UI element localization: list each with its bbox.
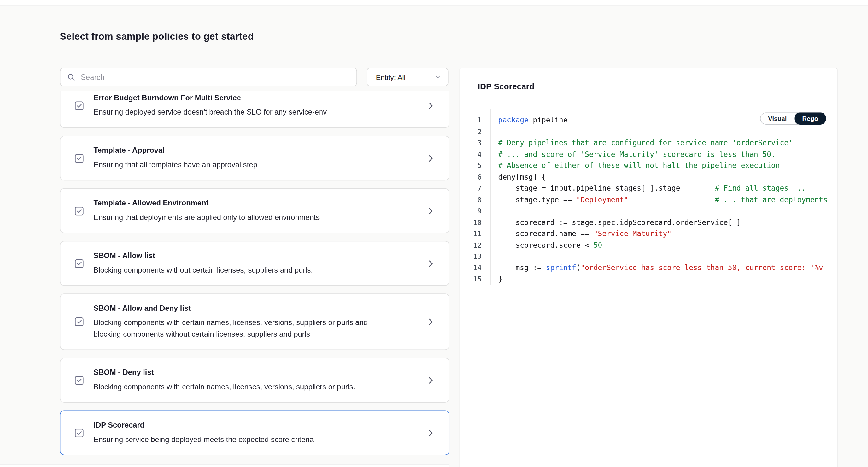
chevron-right-icon: [426, 317, 436, 327]
policy-description: Blocking components with certain names, …: [94, 317, 395, 340]
code-view-toggle: Visual Rego: [760, 112, 826, 125]
toggle-visual-button[interactable]: Visual: [761, 113, 795, 124]
line-number: 6: [460, 171, 481, 183]
line-number: 9: [460, 205, 481, 217]
policy-check-icon: [73, 258, 85, 269]
policy-title: Template - Approval: [94, 146, 395, 156]
chevron-right-icon: [426, 258, 436, 268]
policy-check-icon: [73, 205, 85, 216]
policy-text: SBOM - Allow and Deny listBlocking compo…: [94, 303, 417, 340]
preview-header: IDP Scorecard: [460, 68, 837, 109]
code-line: msg := sprintf("orderService has score l…: [498, 262, 837, 273]
code-editor: 123456789101112131415 package pipeline #…: [460, 109, 837, 285]
line-number: 13: [460, 251, 481, 262]
policy-card[interactable]: SBOM - Allow and Deny listBlocking compo…: [60, 293, 450, 350]
policy-text: Template - Allowed EnvironmentEnsuring t…: [94, 198, 417, 223]
sample-policies-page: Select from sample policies to get start…: [0, 0, 868, 467]
code-content: package pipeline # Deny pipelines that a…: [491, 109, 837, 285]
chevron-right-icon: [426, 428, 436, 438]
preview-title: IDP Scorecard: [478, 81, 819, 92]
search-input-container[interactable]: [60, 67, 357, 86]
policy-list: Error Budget Burndown For Multi ServiceE…: [60, 91, 450, 464]
chevron-down-icon: [435, 74, 441, 80]
chevron-right-icon: [426, 206, 436, 216]
policy-title: IDP Scorecard: [94, 420, 395, 430]
policy-card[interactable]: IDP ScorecardEnsuring service being depl…: [60, 410, 450, 455]
line-number: 15: [460, 273, 481, 285]
code-line: # Absence of either of these will not ha…: [498, 160, 837, 171]
policy-description: Blocking components without certain lice…: [94, 264, 395, 276]
policy-title: Error Budget Burndown For Multi Service: [94, 93, 395, 103]
policy-card[interactable]: Error Budget Burndown For Multi ServiceE…: [60, 91, 450, 128]
line-number: 10: [460, 217, 481, 228]
chevron-right-icon: [426, 375, 436, 385]
line-number: 2: [460, 126, 481, 137]
code-line: scorecard.name == "Service Maturity": [498, 228, 837, 239]
policy-preview-panel: IDP Scorecard 123456789101112131415 pack…: [460, 67, 838, 467]
policy-description: Blocking components with certain names, …: [94, 381, 395, 393]
policy-title: SBOM - Allow list: [94, 251, 395, 261]
code-line: [498, 251, 837, 262]
policy-text: Error Budget Burndown For Multi ServiceE…: [94, 93, 417, 118]
code-line: deny[msg] {: [498, 171, 837, 183]
code-line: }: [498, 273, 837, 285]
policy-check-icon: [73, 100, 85, 111]
policy-description: Ensuring that all templates have an appr…: [94, 159, 395, 171]
line-number: 8: [460, 194, 481, 205]
policy-description: Ensuring that deployments are applied on…: [94, 211, 395, 223]
line-number: 14: [460, 262, 481, 273]
toggle-rego-button[interactable]: Rego: [795, 112, 826, 125]
policy-text: SBOM - Allow listBlocking components wit…: [94, 251, 417, 276]
policy-title: Template - Allowed Environment: [94, 198, 395, 208]
code-line: [498, 126, 837, 137]
policy-card[interactable]: SBOM - Allow listBlocking components wit…: [60, 241, 450, 286]
policy-card[interactable]: SBOM - Deny listBlocking components with…: [60, 358, 450, 403]
code-line: # Deny pipelines that are configured for…: [498, 137, 837, 149]
line-number: 4: [460, 149, 481, 160]
policy-title: SBOM - Deny list: [94, 368, 395, 378]
policy-text: IDP ScorecardEnsuring service being depl…: [94, 420, 417, 445]
search-icon: [67, 73, 75, 81]
policy-description: Ensuring deployed service doesn't breach…: [94, 106, 395, 118]
code-line: [498, 205, 837, 217]
line-number: 11: [460, 228, 481, 239]
line-number: 5: [460, 160, 481, 171]
page-title: Select from sample policies to get start…: [60, 31, 254, 42]
line-number-gutter: 123456789101112131415: [460, 109, 491, 285]
policy-text: Template - ApprovalEnsuring that all tem…: [94, 146, 417, 171]
policy-check-icon: [73, 375, 85, 386]
code-line: scorecard.score < 50: [498, 239, 837, 251]
policy-text: SBOM - Deny listBlocking components with…: [94, 368, 417, 392]
policy-card[interactable]: Template - ApprovalEnsuring that all tem…: [60, 136, 450, 180]
chevron-right-icon: [426, 153, 436, 163]
line-number: 12: [460, 239, 481, 251]
code-line: stage = input.pipeline.stages[_].stage #…: [498, 183, 837, 194]
list-bottom-edge: [0, 464, 450, 467]
policy-title: SBOM - Allow and Deny list: [94, 303, 395, 314]
screen: Select from sample policies to get start…: [0, 0, 868, 467]
line-number: 7: [460, 183, 481, 194]
code-line: # ... and score of 'Service Maturity' sc…: [498, 149, 837, 160]
policy-check-icon: [73, 427, 85, 438]
entity-filter-dropdown[interactable]: Entity: All: [367, 67, 448, 86]
toolbar: Entity: All: [60, 67, 450, 86]
policy-description: Ensuring service being deployed meets th…: [94, 434, 395, 445]
search-input[interactable]: [80, 72, 350, 82]
top-bar: [0, 0, 868, 6]
line-number: 3: [460, 137, 481, 149]
code-line: scorecard := stage.spec.idpScorecard.ord…: [498, 217, 837, 228]
entity-filter-label: Entity: All: [376, 73, 406, 81]
code-line: stage.type == "Deployment" # ... that ar…: [498, 194, 837, 205]
line-number: 1: [460, 115, 481, 126]
chevron-right-icon: [426, 101, 436, 111]
policy-card[interactable]: Template - Allowed EnvironmentEnsuring t…: [60, 188, 450, 233]
policy-check-icon: [73, 153, 85, 164]
policy-check-icon: [73, 316, 85, 327]
